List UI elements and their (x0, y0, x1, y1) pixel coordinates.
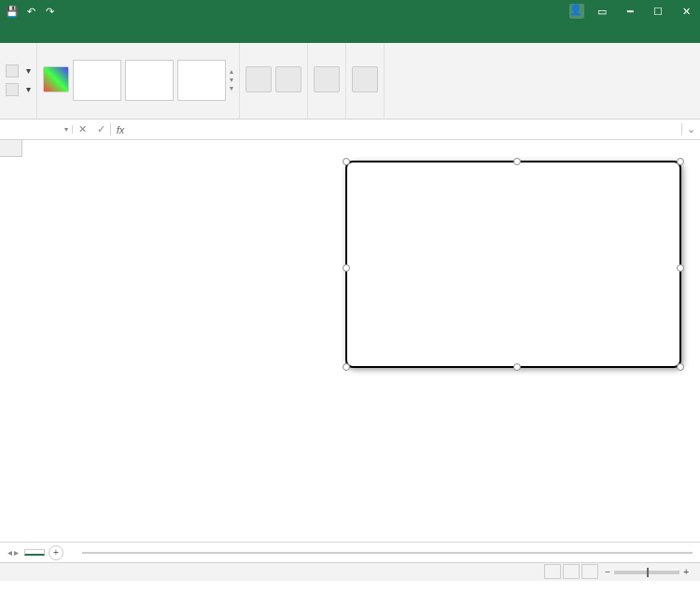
user-area[interactable]: 👤 (562, 4, 588, 19)
resize-handle-nw[interactable] (343, 158, 350, 165)
chart-style-2[interactable] (125, 60, 174, 101)
minimize-button[interactable]: ━ (616, 0, 644, 22)
user-avatar-icon: 👤 (569, 4, 584, 19)
switch-rowcol-icon (245, 66, 272, 92)
quick-access-toolbar: 💾 ↶ ↷ (0, 3, 62, 20)
resize-handle-n[interactable] (513, 158, 521, 165)
resize-handle-w[interactable] (343, 264, 350, 272)
formula-bar: ✕ ✓ fx ⌄ (0, 120, 700, 140)
group-styles-label (43, 115, 233, 117)
chart-style-1[interactable] (73, 60, 121, 101)
horizontal-scrollbar[interactable] (82, 548, 693, 558)
zoom-control[interactable]: − + (605, 567, 693, 577)
zoom-in-icon[interactable]: + (683, 567, 689, 577)
move-chart-button[interactable] (352, 66, 378, 94)
group-type-label (314, 115, 340, 117)
expand-formula-icon[interactable]: ⌄ (681, 123, 700, 135)
cancel-formula-icon[interactable]: ✕ (73, 123, 91, 135)
sheet-nav-next[interactable]: ▸ (14, 547, 19, 558)
resize-handle-e[interactable] (677, 264, 684, 272)
change-chart-type-button[interactable] (314, 66, 340, 94)
sheet-tab-bar: ◂ ▸ + (0, 542, 700, 562)
chart-plot-area[interactable] (355, 176, 672, 316)
quick-layout-button[interactable]: ▾ (6, 82, 31, 97)
add-chart-element-button[interactable]: ▾ (6, 64, 31, 78)
ribbon-display-icon[interactable]: ▭ (588, 6, 616, 18)
change-colors-icon (43, 66, 69, 92)
group-data-label (245, 115, 301, 117)
fx-icon[interactable]: fx (111, 124, 130, 135)
switch-row-col-button[interactable] (245, 66, 272, 94)
group-layouts-label (6, 115, 31, 117)
move-chart-icon (352, 66, 378, 92)
style-scroll[interactable]: ▴▾▾ (230, 67, 233, 92)
quick-layout-icon (6, 83, 19, 96)
change-type-icon (314, 66, 340, 92)
name-box[interactable] (0, 125, 73, 134)
group-location-label (352, 115, 378, 117)
select-data-icon (275, 66, 301, 92)
ribbon-tabs (0, 22, 700, 43)
resize-handle-ne[interactable] (677, 158, 684, 165)
view-buttons[interactable] (543, 564, 599, 581)
undo-icon[interactable]: ↶ (22, 3, 39, 20)
select-data-button[interactable] (275, 66, 301, 94)
enter-formula-icon[interactable]: ✓ (91, 123, 110, 135)
close-button[interactable]: ✕ (672, 0, 700, 22)
sheet-nav-prev[interactable]: ◂ (7, 547, 12, 558)
chart-object[interactable] (345, 161, 681, 368)
resize-handle-s[interactable] (513, 363, 521, 371)
maximize-button[interactable]: ☐ (644, 0, 672, 22)
ribbon: ▾ ▾ ▴▾▾ (0, 43, 700, 120)
save-icon[interactable]: 💾 (4, 3, 21, 20)
resize-handle-se[interactable] (677, 363, 684, 371)
sheet-tab-1[interactable] (24, 549, 45, 556)
select-all-corner[interactable] (0, 140, 22, 157)
resize-handle-sw[interactable] (343, 363, 350, 371)
redo-icon[interactable]: ↷ (41, 3, 58, 20)
zoom-slider[interactable] (614, 571, 679, 574)
status-bar: − + (0, 562, 700, 581)
add-element-icon (6, 64, 19, 78)
zoom-out-icon[interactable]: − (605, 567, 610, 577)
change-colors-button[interactable] (43, 66, 69, 94)
chart-style-3[interactable] (177, 60, 226, 101)
title-bar: 💾 ↶ ↷ 👤 ▭ ━ ☐ ✕ (0, 0, 700, 22)
add-sheet-button[interactable]: + (49, 545, 63, 560)
